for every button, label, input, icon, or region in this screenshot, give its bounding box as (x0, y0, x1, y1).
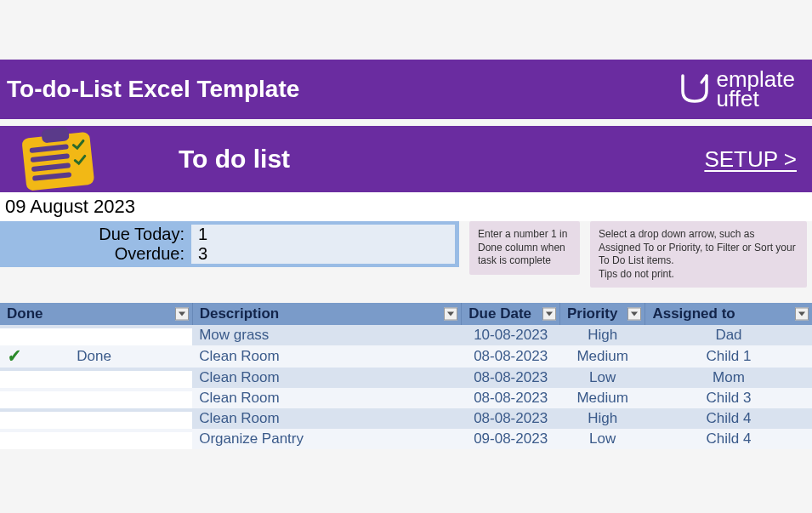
cell-description[interactable]: Clean Room (192, 408, 462, 429)
logo: emplate uffet (676, 70, 796, 110)
cell-priority[interactable]: Low (559, 429, 645, 449)
col-header-priority[interactable]: Priority (559, 303, 645, 325)
filter-priority-icon[interactable] (627, 308, 641, 321)
cell-description[interactable]: Clean Room (192, 345, 462, 368)
cell-due-date[interactable]: 08-08-2023 (462, 368, 560, 388)
col-header-done[interactable]: Done (0, 303, 192, 325)
cell-done[interactable] (0, 429, 192, 432)
summary-section: Due Today: 1 Overdue: 3 Enter a number 1… (0, 221, 812, 288)
cell-priority[interactable]: Medium (559, 388, 645, 408)
table-row[interactable]: Organize Pantry09-08-2023LowChild 4 (0, 429, 812, 449)
tip-done-column: Enter a number 1 in Done column when tas… (469, 221, 580, 275)
cell-description[interactable]: Organize Pantry (192, 429, 462, 449)
due-today-label: Due Today: (0, 225, 191, 244)
overdue-value: 3 (191, 244, 455, 264)
cell-due-date[interactable]: 08-08-2023 (462, 388, 560, 408)
col-header-description[interactable]: Description (192, 303, 462, 325)
cell-description[interactable]: Clean Room (192, 368, 462, 388)
todo-table-container: Done Description Due Date Priority Assig… (0, 303, 812, 449)
col-header-assigned[interactable]: Assigned to (645, 303, 812, 325)
header-title: To-do-List Excel Template (7, 76, 299, 103)
cell-done[interactable] (0, 388, 192, 391)
cell-priority[interactable]: High (559, 408, 645, 429)
cell-due-date[interactable]: 08-08-2023 (462, 345, 560, 368)
cell-due-date[interactable]: 10-08-2023 (462, 325, 560, 345)
clipboard-icon (5, 120, 105, 197)
filter-done-icon[interactable] (175, 308, 189, 321)
col-header-due-date-label: Due Date (468, 305, 531, 322)
summary-box: Due Today: 1 Overdue: 3 (0, 221, 459, 267)
done-label: Done (3, 348, 185, 365)
cell-assigned[interactable]: Child 4 (645, 408, 812, 429)
logo-text: emplate uffet (717, 70, 796, 110)
cell-assigned[interactable]: Mom (645, 368, 812, 388)
tip-filter-sort: Select a drop down arrow, such as Assign… (590, 221, 807, 288)
col-header-description-label: Description (200, 305, 280, 322)
col-header-done-label: Done (7, 305, 43, 322)
cell-priority[interactable]: Low (559, 368, 645, 388)
cell-assigned[interactable]: Child 3 (645, 388, 812, 408)
cell-assigned[interactable]: Dad (645, 325, 812, 345)
sub-title: To do list (179, 145, 290, 174)
table-row[interactable]: Clean Room08-08-2023MediumChild 3 (0, 388, 812, 408)
col-header-due-date[interactable]: Due Date (462, 303, 560, 325)
sub-banner: To do list SETUP > (0, 126, 812, 192)
filter-due-date-icon[interactable] (542, 308, 556, 321)
cell-description[interactable]: Clean Room (192, 388, 462, 408)
col-header-priority-label: Priority (567, 305, 618, 322)
cell-priority[interactable]: High (559, 325, 645, 345)
setup-link[interactable]: SETUP > (704, 146, 797, 173)
col-header-assigned-label: Assigned to (652, 305, 735, 322)
due-today-value: 1 (191, 225, 455, 244)
cell-done[interactable]: ✔Done (0, 345, 192, 368)
cell-priority[interactable]: Medium (559, 345, 645, 368)
header-banner: To-do-List Excel Template emplate uffet (0, 60, 812, 119)
logo-text-bottom: uffet (717, 89, 796, 109)
overdue-label: Overdue: (0, 244, 191, 264)
table-row[interactable]: Mow grass10-08-2023HighDad (0, 325, 812, 345)
todo-table: Done Description Due Date Priority Assig… (0, 303, 812, 449)
current-date: 09 August 2023 (0, 192, 812, 221)
cell-done[interactable] (0, 368, 192, 371)
table-row[interactable]: ✔DoneClean Room08-08-2023MediumChild 1 (0, 345, 812, 368)
filter-assigned-icon[interactable] (795, 308, 809, 321)
cell-done[interactable] (0, 408, 192, 412)
cell-description[interactable]: Mow grass (192, 325, 462, 345)
cell-assigned[interactable]: Child 1 (645, 345, 812, 368)
table-row[interactable]: Clean Room08-08-2023LowMom (0, 368, 812, 388)
table-row[interactable]: Clean Room08-08-2023HighChild 4 (0, 408, 812, 429)
cell-done[interactable] (0, 325, 192, 328)
filter-description-icon[interactable] (444, 308, 457, 321)
logo-cart-icon (676, 71, 713, 108)
cell-assigned[interactable]: Child 4 (645, 429, 812, 449)
cell-due-date[interactable]: 08-08-2023 (462, 408, 560, 429)
cell-due-date[interactable]: 09-08-2023 (462, 429, 560, 449)
